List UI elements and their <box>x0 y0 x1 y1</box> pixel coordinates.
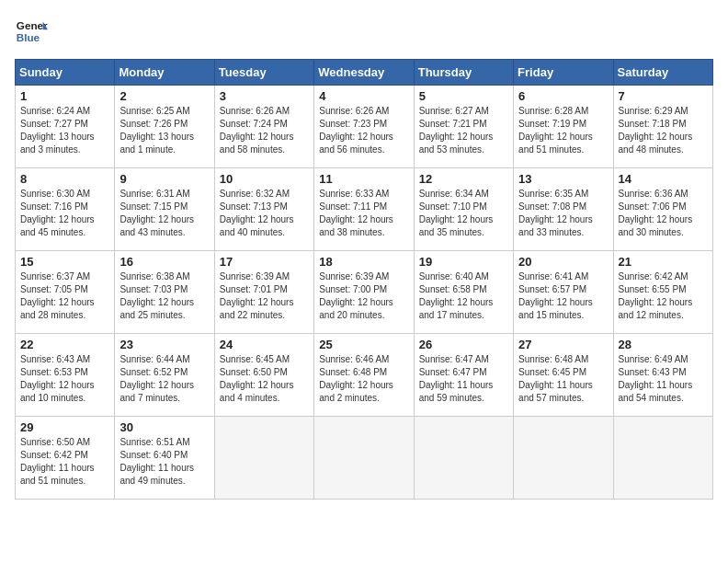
day-number: 17 <box>220 255 309 269</box>
svg-text:Blue: Blue <box>17 31 40 43</box>
calendar-week-row: 8 Sunrise: 6:30 AM Sunset: 7:16 PM Dayli… <box>16 168 713 251</box>
day-info: Sunrise: 6:49 AM Sunset: 6:43 PM Dayligh… <box>619 353 708 405</box>
day-number: 6 <box>518 89 608 103</box>
day-info: Sunrise: 6:32 AM Sunset: 7:13 PM Dayligh… <box>220 188 309 239</box>
calendar-cell <box>214 417 313 500</box>
calendar-cell: 18 Sunrise: 6:39 AM Sunset: 7:00 PM Dayl… <box>314 251 414 334</box>
day-number: 1 <box>20 89 109 103</box>
day-number: 16 <box>119 255 209 269</box>
calendar-cell: 19 Sunrise: 6:40 AM Sunset: 6:58 PM Dayl… <box>414 251 513 334</box>
calendar-cell: 3 Sunrise: 6:26 AM Sunset: 7:24 PM Dayli… <box>214 86 313 168</box>
calendar-cell: 12 Sunrise: 6:34 AM Sunset: 7:10 PM Dayl… <box>414 168 513 251</box>
calendar-table: SundayMondayTuesdayWednesdayThursdayFrid… <box>15 59 713 500</box>
calendar-cell: 17 Sunrise: 6:39 AM Sunset: 7:01 PM Dayl… <box>214 251 313 334</box>
day-info: Sunrise: 6:37 AM Sunset: 7:05 PM Dayligh… <box>20 270 109 322</box>
calendar-cell: 9 Sunrise: 6:31 AM Sunset: 7:15 PM Dayli… <box>115 168 214 251</box>
day-info: Sunrise: 6:39 AM Sunset: 7:00 PM Dayligh… <box>319 270 408 322</box>
calendar-cell: 15 Sunrise: 6:37 AM Sunset: 7:05 PM Dayl… <box>16 251 115 334</box>
day-number: 30 <box>119 420 209 434</box>
day-number: 15 <box>20 255 109 269</box>
calendar-cell: 1 Sunrise: 6:24 AM Sunset: 7:27 PM Dayli… <box>16 86 115 168</box>
calendar-cell: 6 Sunrise: 6:28 AM Sunset: 7:19 PM Dayli… <box>514 86 613 168</box>
day-info: Sunrise: 6:35 AM Sunset: 7:08 PM Dayligh… <box>518 188 608 239</box>
weekday-header: Tuesday <box>214 60 313 86</box>
day-number: 10 <box>220 172 309 186</box>
day-info: Sunrise: 6:26 AM Sunset: 7:23 PM Dayligh… <box>319 105 408 156</box>
weekday-header: Wednesday <box>314 60 414 86</box>
day-info: Sunrise: 6:34 AM Sunset: 7:10 PM Dayligh… <box>419 188 508 239</box>
calendar-header: SundayMondayTuesdayWednesdayThursdayFrid… <box>16 60 713 86</box>
day-number: 8 <box>20 172 109 186</box>
day-info: Sunrise: 6:28 AM Sunset: 7:19 PM Dayligh… <box>518 105 608 156</box>
day-info: Sunrise: 6:40 AM Sunset: 6:58 PM Dayligh… <box>419 270 508 322</box>
day-number: 20 <box>518 255 608 269</box>
weekday-header: Thursday <box>414 60 513 86</box>
day-number: 28 <box>619 338 708 351</box>
day-info: Sunrise: 6:30 AM Sunset: 7:16 PM Dayligh… <box>20 188 109 239</box>
day-info: Sunrise: 6:46 AM Sunset: 6:48 PM Dayligh… <box>319 353 408 405</box>
calendar-cell: 27 Sunrise: 6:48 AM Sunset: 6:45 PM Dayl… <box>514 334 613 417</box>
calendar-cell <box>613 417 712 500</box>
day-info: Sunrise: 6:26 AM Sunset: 7:24 PM Dayligh… <box>220 105 309 156</box>
calendar-cell: 11 Sunrise: 6:33 AM Sunset: 7:11 PM Dayl… <box>314 168 414 251</box>
calendar-week-row: 15 Sunrise: 6:37 AM Sunset: 7:05 PM Dayl… <box>16 251 713 334</box>
calendar-cell: 4 Sunrise: 6:26 AM Sunset: 7:23 PM Dayli… <box>314 86 414 168</box>
day-info: Sunrise: 6:51 AM Sunset: 6:40 PM Dayligh… <box>119 436 209 488</box>
weekday-header: Saturday <box>613 60 712 86</box>
day-number: 26 <box>419 338 508 351</box>
calendar-cell <box>514 417 613 500</box>
day-info: Sunrise: 6:43 AM Sunset: 6:53 PM Dayligh… <box>20 353 109 405</box>
day-info: Sunrise: 6:50 AM Sunset: 6:42 PM Dayligh… <box>20 436 109 488</box>
weekday-header: Friday <box>514 60 613 86</box>
day-number: 3 <box>220 89 309 103</box>
day-number: 12 <box>419 172 508 186</box>
day-info: Sunrise: 6:48 AM Sunset: 6:45 PM Dayligh… <box>518 353 608 405</box>
day-info: Sunrise: 6:41 AM Sunset: 6:57 PM Dayligh… <box>518 270 608 322</box>
calendar-cell: 25 Sunrise: 6:46 AM Sunset: 6:48 PM Dayl… <box>314 334 414 417</box>
calendar-cell: 23 Sunrise: 6:44 AM Sunset: 6:52 PM Dayl… <box>115 334 214 417</box>
calendar-cell: 2 Sunrise: 6:25 AM Sunset: 7:26 PM Dayli… <box>115 86 214 168</box>
day-info: Sunrise: 6:38 AM Sunset: 7:03 PM Dayligh… <box>119 270 209 322</box>
calendar-cell <box>414 417 513 500</box>
calendar-cell: 13 Sunrise: 6:35 AM Sunset: 7:08 PM Dayl… <box>514 168 613 251</box>
day-number: 19 <box>419 255 508 269</box>
calendar-cell: 16 Sunrise: 6:38 AM Sunset: 7:03 PM Dayl… <box>115 251 214 334</box>
weekday-header: Monday <box>115 60 214 86</box>
calendar-cell: 20 Sunrise: 6:41 AM Sunset: 6:57 PM Dayl… <box>514 251 613 334</box>
calendar-cell: 24 Sunrise: 6:45 AM Sunset: 6:50 PM Dayl… <box>214 334 313 417</box>
day-info: Sunrise: 6:24 AM Sunset: 7:27 PM Dayligh… <box>20 105 109 156</box>
day-number: 2 <box>119 89 209 103</box>
day-info: Sunrise: 6:27 AM Sunset: 7:21 PM Dayligh… <box>419 105 508 156</box>
calendar-cell: 21 Sunrise: 6:42 AM Sunset: 6:55 PM Dayl… <box>613 251 712 334</box>
calendar-cell: 14 Sunrise: 6:36 AM Sunset: 7:06 PM Dayl… <box>613 168 712 251</box>
day-number: 25 <box>319 338 408 351</box>
calendar-cell: 29 Sunrise: 6:50 AM Sunset: 6:42 PM Dayl… <box>16 417 115 500</box>
calendar-cell: 10 Sunrise: 6:32 AM Sunset: 7:13 PM Dayl… <box>214 168 313 251</box>
day-info: Sunrise: 6:45 AM Sunset: 6:50 PM Dayligh… <box>220 353 309 405</box>
day-number: 4 <box>319 89 408 103</box>
day-number: 13 <box>518 172 608 186</box>
logo-icon: General Blue <box>15 15 48 48</box>
day-info: Sunrise: 6:31 AM Sunset: 7:15 PM Dayligh… <box>119 188 209 239</box>
day-info: Sunrise: 6:33 AM Sunset: 7:11 PM Dayligh… <box>319 188 408 239</box>
calendar-cell: 8 Sunrise: 6:30 AM Sunset: 7:16 PM Dayli… <box>16 168 115 251</box>
day-number: 24 <box>220 338 309 351</box>
calendar-cell: 22 Sunrise: 6:43 AM Sunset: 6:53 PM Dayl… <box>16 334 115 417</box>
calendar-week-row: 22 Sunrise: 6:43 AM Sunset: 6:53 PM Dayl… <box>16 334 713 417</box>
day-number: 11 <box>319 172 408 186</box>
day-info: Sunrise: 6:47 AM Sunset: 6:47 PM Dayligh… <box>419 353 508 405</box>
day-number: 21 <box>619 255 708 269</box>
calendar-cell: 5 Sunrise: 6:27 AM Sunset: 7:21 PM Dayli… <box>414 86 513 168</box>
page-header: General Blue <box>15 15 713 48</box>
day-number: 18 <box>319 255 408 269</box>
day-info: Sunrise: 6:25 AM Sunset: 7:26 PM Dayligh… <box>119 105 209 156</box>
calendar-cell: 26 Sunrise: 6:47 AM Sunset: 6:47 PM Dayl… <box>414 334 513 417</box>
calendar-week-row: 1 Sunrise: 6:24 AM Sunset: 7:27 PM Dayli… <box>16 86 713 168</box>
weekday-header: Sunday <box>16 60 115 86</box>
day-number: 9 <box>119 172 209 186</box>
calendar-cell <box>314 417 414 500</box>
day-number: 22 <box>20 338 109 351</box>
day-info: Sunrise: 6:42 AM Sunset: 6:55 PM Dayligh… <box>619 270 708 322</box>
calendar-cell: 7 Sunrise: 6:29 AM Sunset: 7:18 PM Dayli… <box>613 86 712 168</box>
day-number: 5 <box>419 89 508 103</box>
